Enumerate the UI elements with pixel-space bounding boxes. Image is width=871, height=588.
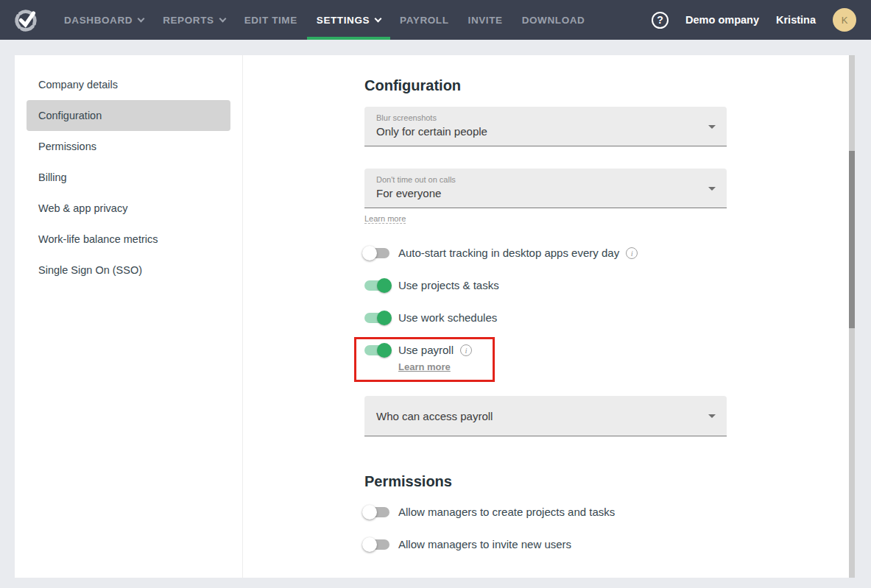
configuration-title: Configuration bbox=[364, 77, 727, 94]
payroll-access-select[interactable]: Who can access payroll bbox=[364, 396, 727, 436]
sidebar-item-web-app-privacy[interactable]: Web & app privacy bbox=[27, 193, 230, 224]
nav-item-label: INVITE bbox=[468, 15, 503, 26]
use-work-schedules-toggle[interactable] bbox=[364, 313, 389, 323]
info-icon[interactable]: i bbox=[460, 344, 472, 356]
toggle-label: Allow managers to create projects and ta… bbox=[398, 506, 615, 518]
toggle-label: Use work schedules bbox=[398, 311, 497, 324]
create-projects-toggle-row: Allow managers to create projects and ta… bbox=[364, 506, 727, 518]
avatar[interactable]: K bbox=[833, 8, 856, 32]
select-value: Only for certain people bbox=[376, 125, 697, 138]
nav-item-payroll[interactable]: PAYROLL bbox=[390, 0, 458, 40]
nav-item-label: PAYROLL bbox=[400, 15, 448, 26]
settings-content: Configuration Blur screenshots Only for … bbox=[243, 55, 855, 578]
nav-item-reports[interactable]: REPORTS bbox=[153, 0, 234, 40]
payroll-highlight-box: Use payroll i Learn more bbox=[354, 337, 495, 382]
main-nav: DASHBOARD REPORTS EDIT TIME SETTINGS PAY… bbox=[54, 0, 594, 40]
nav-item-invite[interactable]: INVITE bbox=[459, 0, 512, 40]
chevron-down-icon bbox=[138, 15, 145, 22]
user-name[interactable]: Kristina bbox=[776, 14, 816, 26]
nav-item-label: EDIT TIME bbox=[244, 15, 297, 26]
invite-users-toggle-row: Allow managers to invite new users bbox=[364, 538, 727, 550]
payroll-toggle-row: Use payroll i bbox=[364, 344, 472, 356]
nav-item-label: REPORTS bbox=[163, 15, 214, 26]
schedules-toggle-row: Use work schedules bbox=[364, 311, 727, 324]
autostart-toggle[interactable] bbox=[364, 248, 389, 258]
autostart-toggle-row: Auto-start tracking in desktop apps ever… bbox=[364, 247, 727, 259]
help-icon[interactable]: ? bbox=[652, 12, 669, 29]
sidebar-item-sso[interactable]: Single Sign On (SSO) bbox=[27, 255, 230, 286]
scrollbar-thumb[interactable] bbox=[849, 151, 855, 328]
chevron-down-icon bbox=[219, 15, 226, 22]
timeout-calls-select[interactable]: Don't time out on calls For everyone bbox=[364, 169, 727, 208]
toggle-label: Use projects & tasks bbox=[398, 279, 499, 291]
nav-item-label: DOWNLOAD bbox=[522, 15, 585, 26]
caret-down-icon bbox=[708, 414, 716, 418]
managers-invite-users-toggle[interactable] bbox=[364, 539, 389, 550]
nav-item-download[interactable]: DOWNLOAD bbox=[512, 0, 595, 40]
managers-create-projects-toggle[interactable] bbox=[364, 507, 389, 517]
payroll-learn-more-link[interactable]: Learn more bbox=[398, 361, 451, 372]
use-payroll-toggle[interactable] bbox=[364, 345, 389, 355]
select-label: Don't time out on calls bbox=[376, 175, 697, 184]
nav-item-dashboard[interactable]: DASHBOARD bbox=[54, 0, 153, 40]
projects-toggle-row: Use projects & tasks bbox=[364, 279, 727, 291]
timeout-learn-more-link[interactable]: Learn more bbox=[364, 214, 406, 224]
nav-item-label: SETTINGS bbox=[317, 15, 370, 26]
chevron-down-icon bbox=[375, 15, 382, 22]
sidebar-item-work-life-balance[interactable]: Work-life balance metrics bbox=[27, 224, 230, 255]
info-icon[interactable]: i bbox=[626, 247, 638, 259]
select-value: Who can access payroll bbox=[376, 410, 493, 422]
toggle-label: Auto-start tracking in desktop apps ever… bbox=[398, 247, 619, 259]
permissions-title: Permissions bbox=[364, 473, 727, 490]
caret-down-icon bbox=[708, 125, 716, 129]
nav-item-settings[interactable]: SETTINGS bbox=[307, 0, 390, 40]
select-value: For everyone bbox=[376, 187, 697, 199]
sidebar-item-company-details[interactable]: Company details bbox=[27, 69, 230, 100]
select-label: Blur screenshots bbox=[376, 113, 697, 122]
blur-screenshots-select[interactable]: Blur screenshots Only for certain people bbox=[364, 107, 727, 146]
settings-sidebar: Company details Configuration Permission… bbox=[15, 55, 243, 578]
caret-down-icon bbox=[708, 187, 716, 191]
app-logo-icon[interactable] bbox=[12, 6, 40, 34]
navbar-right: ? Demo ompany Kristina K bbox=[652, 8, 856, 32]
nav-item-edit-time[interactable]: EDIT TIME bbox=[235, 0, 307, 40]
sidebar-item-permissions[interactable]: Permissions bbox=[27, 131, 230, 162]
toggle-label: Use payroll bbox=[398, 344, 454, 356]
company-name[interactable]: Demo ompany bbox=[685, 14, 759, 26]
sidebar-item-configuration[interactable]: Configuration bbox=[27, 100, 230, 131]
top-navbar: DASHBOARD REPORTS EDIT TIME SETTINGS PAY… bbox=[0, 0, 871, 40]
settings-card: Company details Configuration Permission… bbox=[15, 55, 855, 578]
sidebar-item-billing[interactable]: Billing bbox=[27, 162, 230, 193]
nav-item-label: DASHBOARD bbox=[64, 15, 133, 26]
toggle-label: Allow managers to invite new users bbox=[398, 538, 571, 550]
use-projects-toggle[interactable] bbox=[364, 280, 389, 291]
